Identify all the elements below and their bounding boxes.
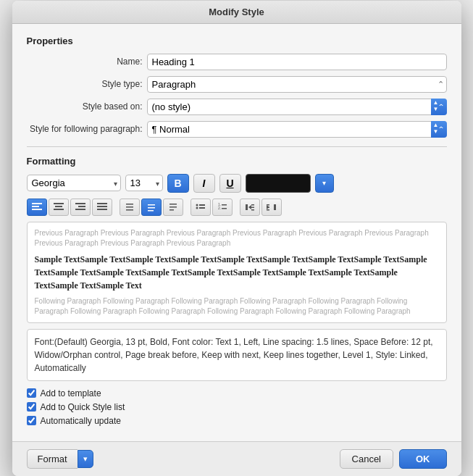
style-following-container: ¶ Normal ▲ ▼ (147, 121, 447, 138)
divider-1 (27, 146, 447, 147)
svg-point-23 (196, 206, 198, 209)
indent-increase-icon (267, 203, 277, 212)
line-spacing-2-icon (146, 203, 156, 212)
svg-rect-6 (75, 203, 85, 204)
bold-button[interactable]: B (167, 174, 189, 193)
dialog-content: Properties Name: Style type: Paragraph ⌃ (12, 24, 461, 441)
svg-rect-22 (199, 204, 205, 206)
bold-label: B (174, 178, 181, 189)
svg-rect-26 (222, 204, 227, 206)
line-spacing-3-button[interactable] (163, 199, 183, 216)
style-preview-box: Previous Paragraph Previous Paragraph Pr… (27, 222, 447, 323)
style-type-select[interactable]: Paragraph (147, 76, 447, 93)
style-based-arrows-icon: ▲ ▼ (433, 100, 439, 113)
svg-rect-3 (54, 203, 64, 204)
name-field-container (147, 54, 447, 70)
align-center-icon (54, 203, 64, 212)
font-select[interactable]: Georgia (27, 175, 121, 191)
svg-rect-8 (75, 209, 85, 210)
align-left-button[interactable] (27, 199, 47, 216)
svg-rect-14 (126, 209, 133, 211)
underline-label: U (226, 178, 233, 189)
italic-button[interactable]: I (193, 174, 215, 193)
svg-rect-2 (32, 209, 42, 210)
svg-rect-4 (55, 206, 62, 207)
font-color-button[interactable] (246, 174, 311, 193)
auto-update-label: Automatically update (41, 416, 121, 426)
style-based-container: (no style) ▲ ▼ (147, 99, 447, 115)
list-button-2[interactable]: 1. 2. (212, 199, 233, 216)
add-template-label: Add to template (41, 388, 101, 398)
style-type-row: Style type: Paragraph ⌃ (27, 76, 447, 93)
style-description-box: Font:(Default) Georgia, 13 pt, Bold, Fon… (27, 329, 447, 381)
underline-button[interactable]: U (219, 174, 241, 193)
svg-marker-29 (248, 205, 251, 209)
indent-decrease-button[interactable] (240, 199, 260, 216)
name-row: Name: (27, 54, 447, 70)
svg-rect-9 (97, 203, 107, 204)
style-type-select-wrapper: Paragraph ⌃ (147, 76, 447, 93)
svg-rect-38 (267, 209, 269, 211)
align-left-icon (32, 203, 42, 212)
italic-label: I (203, 178, 206, 189)
format-button-group: Format ▾ (27, 449, 93, 469)
style-based-dropdown-btn[interactable]: ▲ ▼ (431, 99, 447, 115)
svg-rect-18 (169, 204, 177, 205)
cancel-button-label: Cancel (352, 454, 381, 464)
format-dropdown-button[interactable]: ▾ (78, 450, 93, 468)
list-2-icon: 1. 2. (217, 203, 227, 212)
align-center-button[interactable] (49, 199, 69, 216)
font-color-dropdown-button[interactable]: ▾ (315, 174, 334, 193)
size-select[interactable]: 13 (125, 175, 163, 191)
align-justify-icon (97, 203, 107, 212)
svg-rect-13 (126, 206, 133, 208)
line-spacing-1-icon (125, 203, 135, 212)
style-based-select[interactable]: (no style) (147, 99, 447, 115)
font-toolbar-row: Georgia 13 B I U (27, 174, 447, 193)
style-following-dropdown-btn[interactable]: ▲ ▼ (431, 121, 447, 138)
svg-rect-16 (148, 207, 155, 209)
modify-style-dialog: Modify Style Properties Name: Style type… (12, 1, 461, 476)
svg-rect-35 (274, 204, 276, 210)
svg-rect-0 (32, 203, 42, 204)
svg-rect-30 (246, 204, 248, 210)
svg-rect-1 (32, 206, 39, 207)
cancel-button[interactable]: Cancel (340, 449, 393, 469)
svg-rect-17 (148, 210, 154, 212)
add-template-checkbox[interactable] (27, 388, 36, 398)
svg-rect-10 (97, 206, 107, 207)
title-bar: Modify Style (12, 1, 461, 24)
style-following-row: Style for following paragraph: ¶ Normal … (27, 121, 447, 138)
indent-decrease-icon (245, 203, 255, 212)
name-input[interactable] (147, 54, 447, 70)
align-right-button[interactable] (70, 199, 91, 216)
line-spacing-1-button[interactable] (120, 199, 140, 216)
style-type-container: Paragraph ⌃ (147, 76, 447, 93)
auto-update-checkbox[interactable] (27, 416, 36, 425)
add-quick-style-checkbox[interactable] (27, 402, 36, 412)
svg-rect-37 (267, 206, 269, 208)
indent-increase-button[interactable] (261, 199, 282, 216)
style-based-select-wrapper: (no style) ▲ ▼ (147, 99, 447, 115)
line-spacing-2-button[interactable] (141, 199, 162, 216)
auto-update-row: Automatically update (27, 416, 447, 426)
list-1-icon (196, 203, 206, 212)
svg-rect-36 (267, 204, 269, 206)
svg-rect-7 (78, 206, 85, 207)
svg-rect-31 (251, 204, 254, 206)
style-following-select[interactable]: ¶ Normal (147, 121, 447, 138)
formatting-section: Formatting Georgia 13 B (27, 156, 447, 381)
add-quick-style-row: Add to Quick Style list (27, 402, 447, 412)
align-justify-button[interactable] (92, 199, 112, 216)
style-following-arrows-icon: ▲ ▼ (433, 122, 439, 135)
svg-rect-19 (169, 206, 177, 208)
ok-button[interactable]: OK (399, 449, 447, 469)
format-button[interactable]: Format (27, 449, 78, 469)
svg-rect-33 (251, 209, 254, 211)
preview-previous-text: Previous Paragraph Previous Paragraph Pr… (35, 228, 439, 249)
dialog-title: Modify Style (209, 7, 264, 17)
line-spacing-3-icon (168, 203, 178, 212)
style-description-text: Font:(Default) Georgia, 13 pt, Bold, Fon… (35, 337, 433, 373)
list-button-1[interactable] (191, 199, 211, 216)
svg-rect-11 (97, 209, 107, 210)
